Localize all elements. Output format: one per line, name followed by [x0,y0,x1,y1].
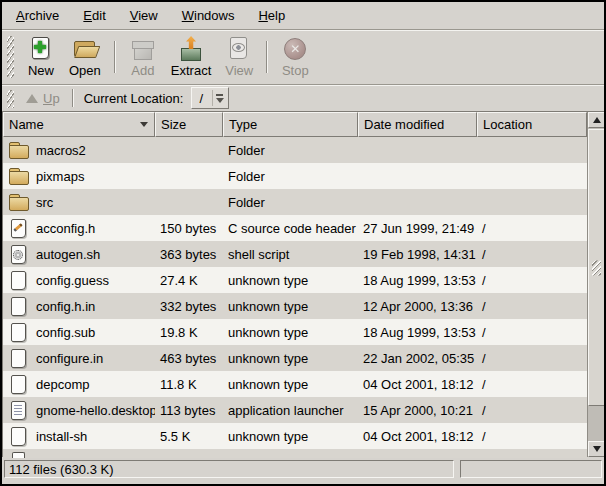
file-size-cell: 11.8 K [155,371,223,397]
table-row[interactable]: src Folder [3,189,587,215]
file-name-cell: config.sub [3,319,155,345]
sort-arrow-icon [140,122,148,131]
table-row[interactable]: config.sub 19.8 K unknown type 18 Aug 19… [3,319,587,345]
file-date-cell: 22 Jan 2002, 05:35 [358,345,477,371]
file-count-status: 112 files (630.3 K) [9,462,114,477]
new-button[interactable]: New [20,34,62,80]
file-location-cell: / [477,319,587,345]
status-text-panel: 112 files (630.3 K) [4,460,454,478]
file-date-cell [358,189,477,215]
document-lines-icon [8,400,30,420]
table-row-partial[interactable] [3,449,587,458]
menu-view[interactable]: View [120,3,168,28]
file-name-cell: autogen.sh [3,241,155,267]
view-file-icon [226,36,252,62]
header-type[interactable]: Type [223,112,358,137]
menu-windows[interactable]: Windows [172,3,245,28]
file-list: Name Size Type Date modified Location ma… [2,111,604,457]
file-type-cell: application launcher [223,397,358,423]
file-size-cell [155,189,223,215]
status-empty-panel [460,460,602,478]
file-size-cell [155,163,223,189]
scroll-up-button[interactable] [588,112,605,128]
file-name-cell: configure.in [3,345,155,371]
file-size-cell: 27.4 K [155,267,223,293]
document-icon [12,452,25,458]
file-name-cell: acconfig.h [3,215,155,241]
file-location-cell: / [477,423,587,449]
file-location-cell [477,137,587,163]
file-type-cell: unknown type [223,423,358,449]
file-date-cell: 27 Jun 1999, 21:49 [358,215,477,241]
file-location-cell: / [477,293,587,319]
column-headers: Name Size Type Date modified Location [3,112,587,137]
open-button[interactable]: Open [62,34,108,80]
file-type-cell: unknown type [223,267,358,293]
location-bar: Up Current Location: / [2,85,604,111]
location-bar-grip[interactable] [7,90,14,108]
file-location-cell [477,189,587,215]
file-date-cell [358,137,477,163]
folder-icon [8,166,30,186]
file-type-cell: C source code header [223,215,358,241]
add-files-icon [130,36,156,62]
file-date-cell [358,163,477,189]
vertical-scrollbar[interactable] [587,112,604,457]
open-archive-icon [72,36,98,62]
table-row[interactable]: config.h.in 332 bytes unknown type 12 Ap… [3,293,587,319]
file-location-cell [477,163,587,189]
scroll-down-button[interactable] [588,441,605,457]
file-name-cell: depcomp [3,371,155,397]
toolbar-separator [266,41,268,73]
toolbar-grip[interactable] [7,36,14,78]
location-dropdown[interactable]: / [191,87,229,109]
up-arrow-icon [26,94,38,103]
folder-icon [8,140,30,160]
table-row[interactable]: acconfig.h 150 bytes C source code heade… [3,215,587,241]
file-type-cell: unknown type [223,371,358,397]
toolbar: New Open Add Extract View Stop [2,30,604,85]
location-value: / [192,88,210,108]
document-gear-icon [8,244,30,264]
file-name-cell: config.guess [3,267,155,293]
scroll-down-icon [593,446,601,456]
table-row[interactable]: gnome-hello.desktop 113 bytes applicatio… [3,397,587,423]
document-icon [8,374,30,394]
file-location-cell: / [477,215,587,241]
table-row[interactable]: macros2 Folder [3,137,587,163]
file-date-cell: 18 Aug 1999, 13:53 [358,267,477,293]
folder-icon [8,192,30,212]
table-row[interactable]: depcomp 11.8 K unknown type 04 Oct 2001,… [3,371,587,397]
scrollbar-thumb[interactable] [588,129,605,406]
table-row[interactable]: pixmaps Folder [3,163,587,189]
file-location-cell: / [477,267,587,293]
extract-button[interactable]: Extract [164,34,218,80]
header-size[interactable]: Size [155,112,223,137]
menu-help[interactable]: Help [248,3,295,28]
file-location-cell: / [477,241,587,267]
file-size-cell: 5.5 K [155,423,223,449]
file-name-cell: src [3,189,155,215]
view-button: View [218,34,260,80]
file-type-cell: unknown type [223,319,358,345]
file-table: Name Size Type Date modified Location ma… [3,112,587,457]
header-date-modified[interactable]: Date modified [358,112,477,137]
file-location-cell: / [477,345,587,371]
file-type-cell: Folder [223,189,358,215]
header-location[interactable]: Location [477,112,587,137]
menu-archive[interactable]: Archive [6,3,69,28]
extract-icon [178,36,204,62]
scroll-up-icon [593,113,601,123]
file-date-cell: 12 Apr 2000, 13:36 [358,293,477,319]
table-row[interactable]: autogen.sh 363 bytes shell script 19 Feb… [3,241,587,267]
table-row[interactable]: install-sh 5.5 K unknown type 04 Oct 200… [3,423,587,449]
file-size-cell [155,137,223,163]
location-bar-separator [72,89,74,107]
table-row[interactable]: configure.in 463 bytes unknown type 22 J… [3,345,587,371]
header-name[interactable]: Name [3,112,155,137]
file-type-cell: Folder [223,137,358,163]
menu-edit[interactable]: Edit [73,3,115,28]
file-date-cell: 18 Aug 1999, 13:53 [358,319,477,345]
table-row[interactable]: config.guess 27.4 K unknown type 18 Aug … [3,267,587,293]
add-button: Add [122,34,164,80]
